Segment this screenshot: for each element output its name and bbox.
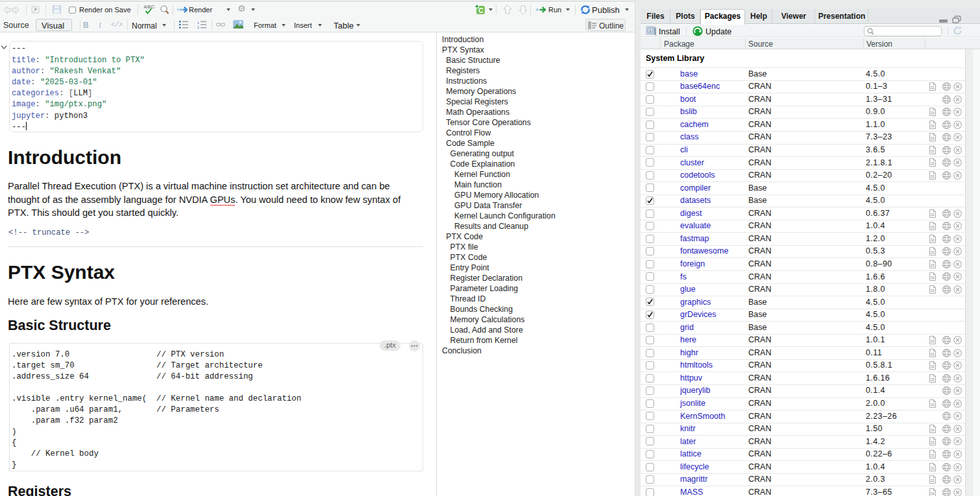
svg-text:1: 1 [197, 21, 199, 25]
svg-text:2: 2 [197, 25, 199, 29]
svg-text:C: C [478, 6, 484, 14]
